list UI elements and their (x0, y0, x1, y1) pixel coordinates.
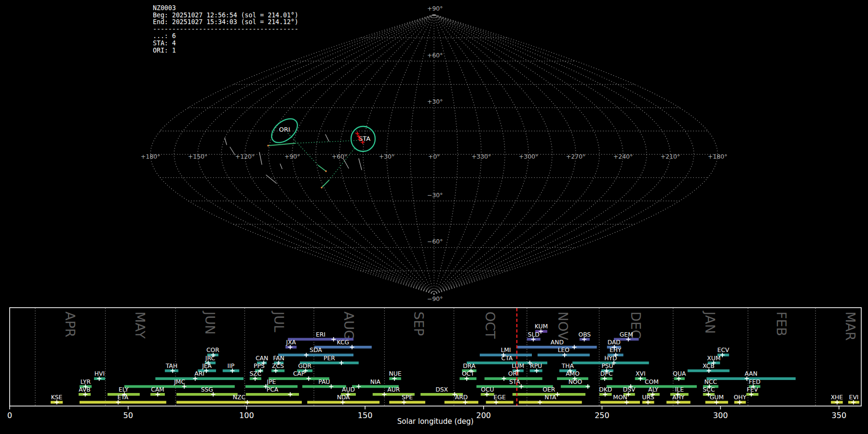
meteor-plot-canvas: +180°+150°+120°+90°+60°+30°+0°+330°+300°… (0, 0, 868, 434)
shower-label: HYD (604, 355, 617, 362)
shower-label: HVI (95, 370, 105, 377)
shower-label: GDR (298, 363, 312, 369)
shower-label: AHY (672, 394, 685, 401)
shower-label: PCA (267, 386, 279, 393)
shower-label: STA (509, 379, 520, 385)
shower-label: PAU (318, 379, 330, 385)
sporadic-count: ...: 6 (153, 33, 298, 40)
shower-label: RPU (530, 363, 542, 369)
shower-label: AVB (79, 386, 90, 393)
map-longitude-label: +120° (235, 153, 255, 160)
shower-label: ERI (316, 331, 326, 338)
session-info-block: NZ0003Beg: 20251027 12:56:54 (sol = 214.… (153, 5, 298, 54)
shower-bar (155, 377, 244, 380)
shower-label: JRC (205, 355, 215, 362)
x-tick-label: 100 (239, 411, 254, 420)
shower-label: XCB (703, 363, 715, 369)
shower-bar (486, 401, 514, 404)
month-label: FEB (774, 312, 789, 336)
map-longitude-label: +270° (566, 153, 586, 160)
shower-label: ARD (455, 394, 468, 401)
shower-label: PER (324, 355, 335, 362)
month-label: JUN (203, 311, 217, 335)
shower-peak-marker (331, 337, 336, 341)
shower-bar (561, 385, 590, 388)
shower-peak-marker (350, 345, 354, 349)
shower-label: EHY (610, 347, 622, 353)
x-tick-label: 50 (123, 411, 133, 420)
shower-label: SZC (249, 370, 261, 377)
shower-peak-marker (572, 345, 576, 349)
shower-label: CAP (293, 370, 305, 377)
shower-label: MON (613, 394, 627, 401)
shower-label: ARI (194, 370, 204, 377)
month-label: OCT (483, 312, 498, 339)
map-longitude-label: +330° (472, 153, 491, 160)
shower-label: AAN (745, 370, 757, 377)
shower-label: PPS (254, 363, 265, 369)
shower-label: THA (561, 363, 574, 369)
shower-peak-marker (502, 377, 506, 381)
shower-label: ILE (675, 386, 684, 393)
station-id: NZ0003 (153, 5, 298, 12)
shower-bar (389, 401, 425, 404)
session-begin: Beg: 20251027 12:56:54 (sol = 214.01°) (153, 12, 298, 19)
sporadic-meteor-trail (259, 152, 262, 164)
month-label: NOV (556, 312, 570, 340)
shower-peak-marker (339, 361, 343, 365)
grid-meridian (434, 14, 670, 294)
shower-label: AUR (387, 386, 400, 393)
map-latitude-label: +30° (427, 98, 443, 105)
map-latitude-label: +90° (427, 5, 443, 12)
shower-label: DAD (608, 339, 621, 346)
meteor-begin-point (267, 145, 269, 147)
shower-label: ELY (119, 386, 129, 393)
shower-label: XVI (636, 370, 645, 377)
x-tick-label: 0 (7, 411, 12, 420)
shower-bar (176, 393, 238, 396)
month-label: AUG (341, 312, 356, 340)
map-longitude-label: +210° (661, 153, 680, 160)
shower-label: FAN (273, 355, 285, 362)
shower-label: NUE (389, 370, 401, 377)
shower-label: JEA (202, 363, 212, 369)
map-longitude-label: +300° (519, 153, 539, 160)
shower-label: NZC (233, 394, 245, 401)
shower-label: COR (206, 347, 219, 353)
month-label: JAN (703, 311, 718, 334)
shower-label: DSV (623, 386, 636, 393)
shower-label: ZCS (272, 363, 284, 369)
shower-label: GEM (620, 331, 633, 338)
sporadic-meteor-trail (326, 135, 329, 141)
shower-label: OBS (578, 331, 591, 338)
shower-label: AUD (342, 386, 355, 393)
sporadic-meteor-trail (230, 147, 235, 155)
shower-label: KCG (337, 339, 350, 346)
shower-label: TAH (165, 363, 177, 369)
x-tick-label: 250 (595, 411, 610, 420)
shower-label: EVI (849, 394, 859, 401)
shower-label: SSG (201, 386, 213, 393)
timeline-chart: APRMAYJUNJULAUGSEPOCTNOVDECJANFEBMARKUME… (7, 308, 861, 426)
shower-label: XHE (831, 394, 843, 401)
map-longitude-label: +30° (379, 153, 395, 160)
shower-label: LEO (558, 347, 570, 353)
sporadic-meteor-trail (266, 175, 276, 183)
shower-label: OCU (481, 386, 494, 393)
shower-bar (80, 401, 166, 404)
info-separator: -------------------------------------- (153, 26, 298, 33)
shower-label: DPC (600, 370, 612, 377)
shower-label: SCC (703, 386, 715, 393)
shower-label: FED (749, 379, 760, 385)
shower-label: JMC (174, 379, 185, 385)
shower-label: AND (551, 339, 564, 346)
shower-bar (176, 401, 302, 404)
shower-bar (519, 401, 582, 404)
shower-label: PSU (601, 363, 613, 369)
shower-peak-marker (288, 392, 292, 396)
shower-label: SDA (310, 347, 322, 353)
shower-peak-marker (382, 392, 386, 396)
map-longitude-label: +240° (613, 153, 633, 160)
map-longitude-label: +90° (285, 153, 300, 160)
x-tick-label: 200 (476, 411, 491, 420)
